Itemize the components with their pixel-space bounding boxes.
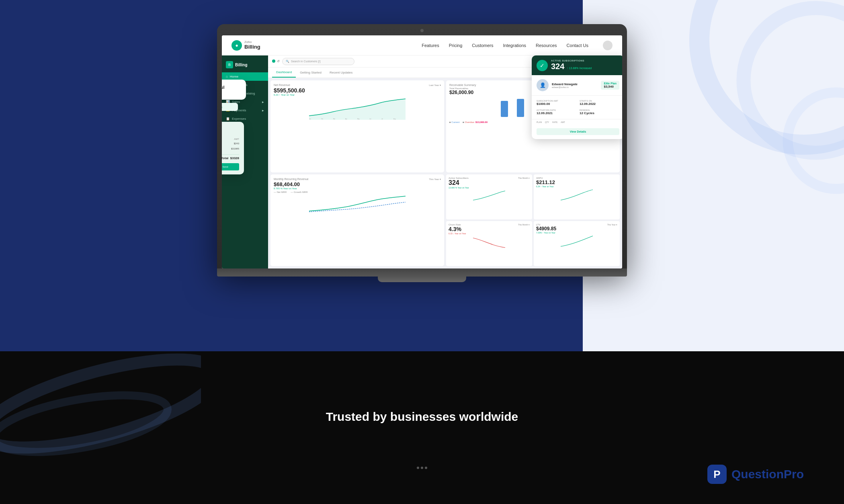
app-area: B Billing ⌂ Home 👤 Customers 📦 Product C… [222, 55, 622, 268]
sub-details: SUBSCRIPTION AMT $1000.00 STARTS ON 12.0… [532, 96, 622, 119]
invoice-total: Total $3328 [222, 154, 239, 160]
svg-text:Jun: Jun [369, 118, 371, 120]
sidebar-logo-text: Billing [235, 63, 248, 67]
svg-rect-14 [517, 99, 524, 117]
mrr-value: $68,404.00 [274, 181, 441, 187]
nav-links: Features Pricing Customers Integrations … [422, 41, 613, 50]
dots-decoration [382, 464, 462, 472]
sub-icon: ✓ [537, 60, 548, 71]
reports-link-label: Reports [222, 105, 222, 109]
subs-mini-chart [449, 190, 530, 202]
net-revenue-chart: Jan Feb Mar Apr May Jun Jul Aug [274, 98, 441, 120]
laptop-wrapper: ● Zoho Billing Features Pricing Customer… [217, 24, 627, 282]
sub-table-header: PLANQTYRATEAMT [532, 119, 622, 125]
svg-text:Jan: Jan [309, 118, 311, 120]
ltv-filter[interactable]: This Year ▾ [607, 223, 617, 226]
deco-rings [603, 0, 844, 241]
net-revenue-value: $595,500.60 [274, 87, 441, 94]
laptop-camera [420, 29, 424, 32]
nav-resources[interactable]: Resources [536, 43, 557, 48]
toolbar-dots: ↺ [272, 59, 280, 63]
sub-plan-badge: Elite Plan $3,540 [601, 81, 619, 90]
sub-amt-value: $1000.00 [537, 102, 576, 106]
mrr-change: 8.765 % Year on Year [274, 187, 441, 190]
laptop-frame: ● Zoho Billing Features Pricing Customer… [217, 24, 627, 268]
mrr-title: Monthly Recurring Revenue [274, 178, 309, 180]
floating-subscription-card: ✓ ACTIVE SUBSCRIPTIONS 324 ↑ 13.88% Incr… [532, 55, 622, 139]
net-revenue-filter[interactable]: Last Year ▾ [429, 84, 441, 86]
sidebar-logo-icon: B [226, 61, 233, 68]
floating-invoice-card: 📄 INVOICE INV-000001 ITEMS QTY AMT [222, 122, 244, 174]
svg-text:Feb: Feb [321, 118, 324, 120]
search-bar[interactable]: 🔍 Search in Customers [/] [282, 58, 354, 65]
recv-title: Receivable Summary [449, 84, 476, 86]
nav-features[interactable]: Features [422, 43, 439, 48]
laptop-screen: ● Zoho Billing Features Pricing Customer… [222, 35, 622, 268]
active-subscribers-card: Active Subscribers This Month ▾ 324 13.6… [446, 174, 532, 219]
nav-integrations[interactable]: Integrations [503, 43, 526, 48]
nav-pricing[interactable]: Pricing [449, 43, 463, 48]
mrr-chart-svg [274, 195, 441, 214]
subs-change: 13.665 % Year on Year [449, 186, 530, 189]
arpu-title: ARPU [536, 177, 543, 179]
ltv-change: 7.09% ↑ Year on Year [536, 232, 617, 234]
churn-value: 4.3% [449, 226, 530, 232]
starts-on-value: 12.09.2022 [580, 102, 619, 106]
renewal-value: 12 Cycles [580, 111, 619, 115]
reports-label: 50+ Insightful Reports [222, 85, 240, 94]
sub-header: ✓ ACTIVE SUBSCRIPTIONS 324 ↑ 13.88% Incr… [532, 55, 622, 75]
subs-title: Active Subscribers [449, 177, 469, 179]
nav-contact[interactable]: Contact Us [567, 43, 588, 48]
questionpro-icon: P [707, 465, 727, 484]
svg-point-20 [425, 467, 427, 469]
svg-text:Jul: Jul [381, 118, 383, 120]
metrics-grid: Active Subscribers This Month ▾ 324 13.6… [446, 174, 620, 266]
tab-getting-started[interactable]: Getting Started [296, 68, 326, 78]
churn-title: Churn Rate [449, 223, 461, 226]
mrr-filter[interactable]: This Year ▾ [429, 178, 441, 180]
deco-curves-bottom [0, 343, 201, 464]
expand-icon: ▶ [262, 100, 264, 103]
sub-count: 324 [551, 62, 564, 71]
tab-dashboard[interactable]: Dashboard [272, 68, 296, 78]
sub-user-name: Edward Newgate [552, 82, 578, 86]
logo-billing: Billing [244, 44, 260, 50]
net-revenue-card: Net Revenue Last Year ▾ $595,500.60 6.23… [270, 80, 444, 172]
svg-point-18 [417, 467, 419, 469]
home-icon: ⌂ [226, 75, 228, 78]
dot-reload: ↺ [277, 59, 280, 63]
subs-value: 324 [449, 179, 530, 186]
net-revenue-title: Net Revenue [274, 84, 290, 86]
site-navbar: ● Zoho Billing Features Pricing Customer… [222, 35, 622, 55]
sub-user-email: edwar@zoho.in [552, 86, 578, 88]
arpu-card: ARPU $211.12 6.34 ↑ Year on Year [534, 174, 620, 219]
invoice-table: ITEMS QTY AMT Premium Monthly 01 $243 [222, 138, 239, 152]
svg-text:Mar: Mar [333, 118, 335, 120]
svg-point-19 [421, 467, 423, 469]
svg-text:May: May [357, 118, 360, 120]
invoice-actions: Save as Draft Send [222, 163, 239, 170]
floating-reports-link[interactable]: 📈 Reports [222, 103, 238, 111]
mrr-card: Monthly Recurring Revenue This Year ▾ $6… [270, 174, 444, 266]
site-logo[interactable]: ● Zoho Billing [231, 40, 260, 51]
churn-change: 6.33 ↓ Year on Year [449, 232, 530, 235]
net-revenue-change: 6.23 ↑ Year on Year [274, 94, 441, 96]
trusted-text: Trusted by businesses worldwide [0, 410, 844, 424]
questionpro-name: QuestionPro [731, 467, 804, 481]
sub-action-btn[interactable]: View Details [537, 128, 619, 135]
logo-text-group: Zoho Billing [244, 41, 260, 50]
arpu-value: $211.12 [536, 179, 617, 185]
trusted-text-area: Trusted by businesses worldwide [0, 410, 844, 424]
churn-filter[interactable]: This Month ▾ [518, 223, 530, 226]
sub-user-area: 👤 Edward Newgate edwar@zoho.in Elite Pla… [532, 75, 622, 96]
logo-icon: ● [231, 40, 242, 51]
tab-recent-updates[interactable]: Recent Updates [326, 68, 356, 78]
invoice-send[interactable]: Send [222, 163, 239, 170]
arpu-mini-chart [536, 189, 617, 201]
subs-filter[interactable]: This Month ▾ [518, 177, 530, 179]
table-row: Premium Monthly 01 $243 [222, 141, 239, 145]
ltv-title: LTV [536, 223, 541, 226]
nav-customers[interactable]: Customers [472, 43, 493, 48]
arpu-change: 6.34 ↑ Year on Year [536, 185, 617, 188]
svg-text:Aug: Aug [393, 118, 396, 120]
